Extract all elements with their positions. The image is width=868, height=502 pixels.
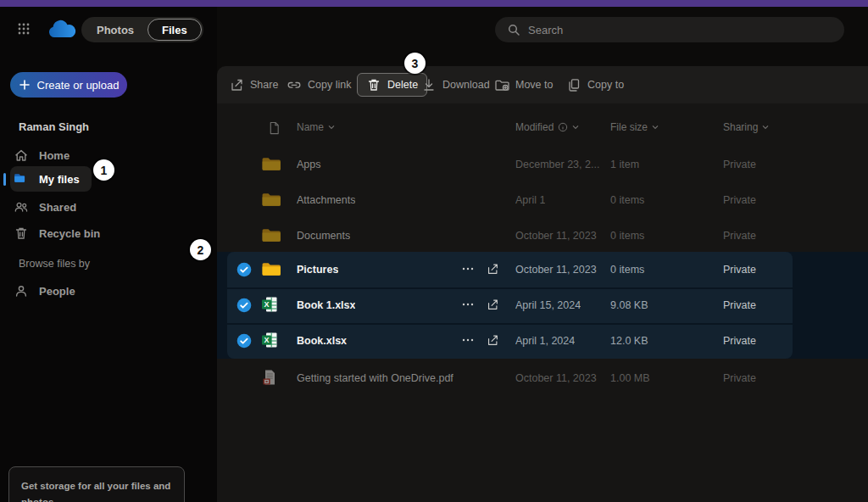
onedrive-app: Photos Files Create or upload Raman Sing… [0, 0, 868, 502]
plus-icon [19, 79, 31, 91]
column-name[interactable]: Name [297, 121, 335, 133]
column-modified[interactable]: Modified [515, 121, 579, 133]
more-actions-icon[interactable] [461, 262, 476, 277]
tab-photos[interactable]: Photos [83, 24, 147, 36]
chevron-down-icon [762, 125, 769, 130]
download-button[interactable]: Download [421, 66, 490, 103]
copy-to-icon [566, 77, 581, 92]
copy-link-button[interactable]: Copy link [287, 66, 351, 103]
person-icon [14, 283, 29, 298]
annotation-badge-1: 1 [93, 159, 114, 181]
column-file-size[interactable]: File size [610, 121, 659, 133]
excel-file-icon: X [261, 296, 281, 315]
sidebar-item-people[interactable]: People [14, 283, 75, 298]
sidebar-item-recycle-bin[interactable]: Recycle bin [14, 226, 100, 241]
table-header: Name Modified File size Sharing [217, 116, 868, 140]
selection-toolbar: Share Copy link Delete Download [217, 66, 868, 103]
create-or-upload-button[interactable]: Create or upload [10, 72, 127, 98]
table-row[interactable]: Apps December 23, 2... 1 item Private [217, 147, 868, 182]
folder-icon [261, 226, 281, 245]
table-row[interactable]: Attachments April 1 0 items Private [217, 182, 868, 218]
delete-button[interactable]: Delete [357, 73, 427, 97]
share-icon [229, 77, 244, 92]
svg-text:X: X [264, 336, 269, 344]
table-row-selected[interactable]: X Book 1.xlsx April 15, 2024 9.08 KB Pri… [217, 287, 868, 323]
folder-icon [14, 171, 29, 187]
window-accent-strip [0, 0, 868, 7]
column-sharing[interactable]: Sharing [723, 121, 769, 133]
info-icon [558, 122, 568, 132]
app-launcher-icon[interactable] [17, 22, 31, 36]
move-to-icon [494, 77, 509, 92]
share-icon[interactable] [486, 298, 501, 313]
share-icon[interactable] [486, 262, 501, 277]
sidebar-item-home[interactable]: Home [14, 148, 70, 163]
more-actions-icon[interactable] [461, 333, 476, 349]
table-row-selected[interactable]: Pictures October 11, 2023 0 items Privat… [217, 252, 868, 287]
trash-icon [14, 226, 29, 241]
annotation-badge-3: 3 [404, 53, 426, 74]
folder-icon [261, 260, 281, 279]
people-icon [14, 199, 29, 215]
user-name: Raman Singh [19, 120, 89, 133]
home-icon [14, 148, 29, 163]
annotation-badge-2: 2 [190, 239, 211, 260]
share-icon[interactable] [486, 333, 501, 349]
checkbox-checked-icon[interactable] [236, 298, 252, 313]
download-icon [421, 77, 437, 92]
sidebar-item-shared[interactable]: Shared [14, 199, 76, 215]
excel-file-icon: X [261, 332, 281, 350]
search-input[interactable] [528, 24, 816, 36]
browse-files-by-label: Browse files by [19, 258, 90, 270]
search-icon [507, 23, 520, 36]
move-to-button[interactable]: Move to [494, 66, 553, 103]
svg-text:X: X [264, 300, 269, 309]
tab-files[interactable]: Files [147, 19, 202, 41]
table-row[interactable]: Documents October 11, 2023 0 items Priva… [217, 218, 868, 254]
document-icon [268, 121, 281, 135]
folder-icon [261, 191, 281, 209]
table-row[interactable]: Getting started with OneDrive.pdf Octobe… [217, 360, 868, 396]
chevron-down-icon [572, 125, 579, 130]
more-actions-icon[interactable] [461, 298, 476, 313]
storage-promo[interactable]: Get storage for all your files and photo… [8, 466, 185, 502]
share-button[interactable]: Share [229, 66, 278, 103]
photos-files-toggle: Photos Files [81, 17, 203, 42]
link-icon [287, 77, 302, 92]
search-bar[interactable] [495, 17, 844, 42]
onedrive-logo-icon[interactable] [46, 20, 78, 40]
checkbox-checked-icon[interactable] [236, 262, 252, 277]
table-row-selected[interactable]: X Book.xlsx April 1, 2024 12.0 KB Privat… [217, 323, 868, 359]
pdf-file-icon [261, 369, 281, 388]
checkbox-checked-icon[interactable] [236, 333, 252, 349]
trash-icon [366, 77, 381, 92]
chevron-down-icon [328, 125, 335, 130]
selected-indicator [3, 173, 6, 186]
folder-icon [261, 155, 281, 174]
copy-to-button[interactable]: Copy to [566, 66, 624, 103]
chevron-down-icon [652, 125, 659, 130]
sidebar-item-my-files-content[interactable]: My files [14, 171, 80, 187]
